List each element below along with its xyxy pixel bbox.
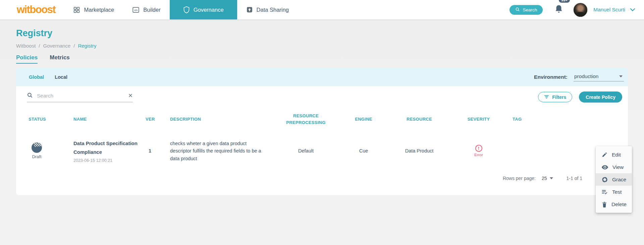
column-header-resource[interactable]: Resource [386,116,452,123]
column-header-engine[interactable]: Engine [341,116,386,123]
search-icon [515,7,520,13]
global-search-label: Search [523,7,537,12]
menu-item-test[interactable]: Test [596,186,632,198]
breadcrumb-registry[interactable]: Registry [78,43,96,49]
trash-icon [602,201,607,207]
notification-badge: 99+ [558,0,571,3]
breadcrumb: Witboost / Governance / Registry [16,43,628,49]
description-cell: checks wheter a given data product descr… [165,140,271,162]
breadcrumb-witboost[interactable]: Witboost [16,43,36,49]
engine-cell: Cue [341,148,386,154]
appbar-right: Search 99+ Manuel Scurti [509,0,635,19]
menu-item-view[interactable]: View [596,161,632,173]
breadcrumb-separator: / [73,43,75,49]
rows-per-page-select[interactable]: 25 [542,176,553,181]
create-policy-button[interactable]: Create Policy [579,91,622,103]
nav-item-governance[interactable]: Governance [170,0,237,19]
name-cell: Data Product Specification Compliance 20… [57,139,146,163]
draft-status-icon [32,142,42,153]
policies-panel: Global Local Environment: production ✕ [16,68,628,195]
panel-header-band: Global Local Environment: production [16,68,628,86]
playlist-check-icon [602,189,608,194]
user-name[interactable]: Manuel Scurti [593,7,625,13]
scope-tab-local[interactable]: Local [49,71,73,83]
severity-label: Error [474,153,483,157]
nav-item-marketplace[interactable]: Marketplace [64,0,123,19]
code-window-icon: </> [132,6,140,13]
column-header-description[interactable]: Description [165,116,271,123]
caret-down-icon [550,177,553,179]
filter-icon [544,95,549,100]
breadcrumb-separator: / [39,43,40,49]
bell-icon [554,4,564,14]
column-header-tag[interactable]: Tag [505,116,552,123]
page-head: Registry Witboost / Governance / Registr… [16,28,628,64]
column-header-ver[interactable]: Ver [146,116,165,123]
breadcrumb-governance[interactable]: Governance [43,43,71,49]
global-search-button[interactable]: Search [509,5,543,15]
policy-name[interactable]: Data Product Specification Compliance [73,139,142,157]
nav-item-label: Data Sharing [257,7,289,13]
resource-cell: Data Product [386,148,452,154]
filters-label: Filters [552,95,566,100]
column-header-status[interactable]: Status [16,116,57,123]
row-actions-menu: Edit View Grace Test Delete [596,146,632,213]
tab-metrics[interactable]: Metrics [50,54,70,64]
nav-item-label: Governance [194,7,224,13]
clear-icon[interactable]: ✕ [128,93,133,99]
status-cell: Draft [16,142,57,159]
chevron-down-icon[interactable] [630,8,635,11]
nav-item-label: Builder [143,7,160,13]
environment-label: Environment: [534,74,568,80]
environment-control: Environment: production [534,73,624,81]
menu-item-edit[interactable]: Edit [596,148,632,161]
column-header-severity[interactable]: Severity [452,116,505,123]
column-header-name[interactable]: Name [57,116,146,123]
page-tabs: Policies Metrics [16,54,628,64]
menu-item-delete[interactable]: Delete [596,198,632,210]
panel-body: ✕ Filters Create Policy Status Name Ver … [16,86,628,195]
publish-icon [246,6,253,13]
caret-down-icon [619,75,623,77]
grid-icon [73,6,80,13]
search-icon [27,92,33,100]
nav-item-builder[interactable]: </> Builder [123,0,169,19]
rows-per-page-label: Rows per page: [503,176,536,181]
policy-search-field[interactable]: ✕ [27,92,133,102]
menu-item-grace[interactable]: Grace [596,173,632,186]
pagination-bar: Rows per page: 25 1-1 of 1 [16,176,628,181]
table-toolbar: ✕ Filters Create Policy [16,86,628,103]
witboost-logo: witboost [17,4,55,16]
severity-cell: ! Error [452,145,505,157]
policy-timestamp: 2023-06-15 12:00:21 [73,158,146,163]
pencil-icon [602,152,607,158]
main-nav: Marketplace </> Builder Governance [64,0,298,19]
notifications-button[interactable]: 99+ [554,4,566,15]
policy-version: 1 [146,148,151,154]
policies-table: Status Name Ver Description Resource Pre… [16,113,628,167]
column-header-resource-preprocessing[interactable]: Resource Preprocessing [271,113,341,126]
ver-cell: 1 [146,148,165,154]
status-label: Draft [32,154,41,159]
nav-item-data-sharing[interactable]: Data Sharing [237,0,298,19]
filters-button[interactable]: Filters [538,92,572,102]
shield-icon [183,6,190,13]
app-header: witboost Marketplace </> Builder [0,0,644,19]
environment-value: production [574,73,598,79]
user-avatar[interactable] [573,2,588,17]
tab-policies[interactable]: Policies [16,54,38,64]
policy-search-input[interactable] [37,93,124,99]
policy-description: checks wheter a given data product descr… [170,140,265,162]
nav-item-label: Marketplace [84,7,114,13]
pagination-range: 1-1 of 1 [567,176,582,181]
scope-tab-global[interactable]: Global [23,71,49,83]
environment-select[interactable]: production [574,73,624,81]
page-title: Registry [16,28,628,39]
resource-preprocessing-cell: Default [271,148,341,154]
table-row[interactable]: Draft Data Product Specification Complia… [16,135,628,167]
grace-dashed-circle-icon [602,177,608,183]
svg-text:</>: </> [134,8,138,11]
table-header-row: Status Name Ver Description Resource Pre… [16,113,628,126]
eye-icon [602,165,608,170]
error-icon: ! [475,145,482,152]
